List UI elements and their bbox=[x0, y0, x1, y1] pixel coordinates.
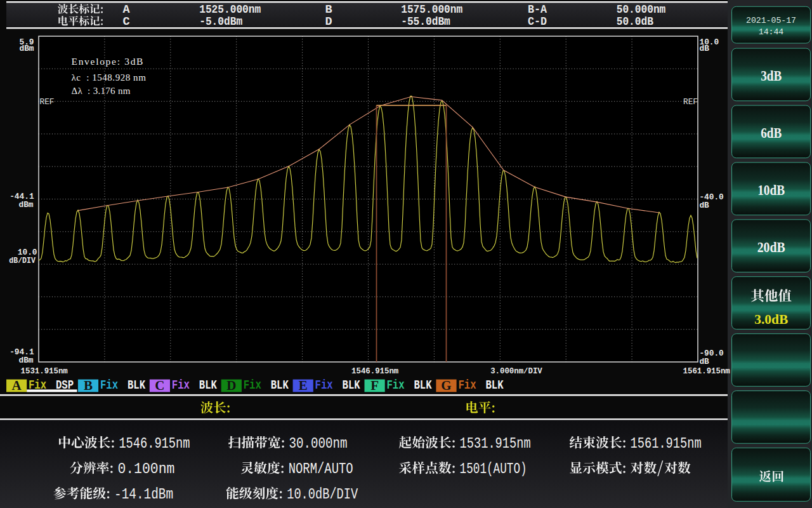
svg-text:λc : 1548.928 nm: λc : 1548.928 nm bbox=[72, 72, 147, 83]
svg-text:30.000nm: 30.000nm bbox=[289, 435, 348, 452]
svg-text:A: A bbox=[122, 3, 130, 17]
svg-text:Fix: Fix bbox=[172, 378, 190, 392]
svg-text:3.0dB: 3.0dB bbox=[754, 311, 788, 327]
svg-text:dBm: dBm bbox=[19, 200, 34, 210]
svg-text:1546.915nm: 1546.915nm bbox=[119, 435, 190, 452]
svg-text:3.000nm/DIV: 3.000nm/DIV bbox=[490, 366, 542, 376]
svg-text:REF: REF bbox=[40, 97, 55, 107]
svg-text:1561.915nm: 1561.915nm bbox=[631, 435, 702, 452]
svg-text:-55.0dBm: -55.0dBm bbox=[401, 15, 450, 29]
svg-text:Fix: Fix bbox=[100, 378, 118, 392]
svg-text:0.100nm: 0.100nm bbox=[117, 460, 174, 478]
svg-text:G: G bbox=[441, 378, 451, 393]
svg-text:3dB: 3dB bbox=[761, 68, 782, 84]
svg-text:B-A: B-A bbox=[528, 3, 547, 17]
svg-text:BLK: BLK bbox=[485, 378, 504, 392]
svg-text:E: E bbox=[299, 378, 308, 393]
svg-text:BLK: BLK bbox=[414, 378, 433, 392]
svg-text:1501(AUTO): 1501(AUTO) bbox=[460, 460, 527, 478]
svg-text:dB: dB bbox=[699, 357, 709, 366]
svg-text:NORM/AUTO: NORM/AUTO bbox=[289, 460, 353, 478]
svg-text:dB: dB bbox=[699, 201, 709, 210]
svg-text:Envelope: 3dB: Envelope: 3dB bbox=[72, 56, 145, 67]
svg-text:14:44: 14:44 bbox=[759, 27, 784, 37]
svg-text:1525.000nm: 1525.000nm bbox=[199, 3, 261, 17]
svg-text:1546.915nm: 1546.915nm bbox=[351, 366, 399, 376]
svg-text:BLK: BLK bbox=[343, 378, 361, 392]
svg-text:A: A bbox=[12, 378, 22, 393]
svg-text:BLK: BLK bbox=[199, 378, 218, 392]
svg-text:50.0dB: 50.0dB bbox=[617, 15, 653, 29]
svg-text:1531.915nm: 1531.915nm bbox=[460, 435, 531, 452]
svg-text:dB/DIV: dB/DIV bbox=[9, 256, 36, 265]
svg-text:Δλ : 3.176 nm: Δλ : 3.176 nm bbox=[72, 86, 131, 96]
svg-text:-14.1dBm: -14.1dBm bbox=[114, 486, 173, 503]
svg-text:-5.0dBm: -5.0dBm bbox=[199, 15, 242, 29]
svg-text:Fix: Fix bbox=[315, 378, 333, 392]
svg-text:10.0dB/DIV: 10.0dB/DIV bbox=[287, 486, 358, 503]
svg-text:BLK: BLK bbox=[271, 378, 289, 392]
svg-text:1575.000nm: 1575.000nm bbox=[401, 3, 462, 17]
svg-text:Fix: Fix bbox=[458, 378, 476, 392]
svg-text:B: B bbox=[325, 3, 332, 17]
svg-text:C-D: C-D bbox=[528, 15, 547, 29]
svg-text:Fix: Fix bbox=[387, 378, 405, 392]
svg-text:50.000nm: 50.000nm bbox=[617, 3, 666, 17]
svg-text:Fix: Fix bbox=[244, 378, 261, 392]
svg-text:dBm: dBm bbox=[20, 44, 34, 53]
svg-text:dBm: dBm bbox=[19, 356, 34, 365]
svg-text:C: C bbox=[155, 378, 164, 393]
svg-text:C: C bbox=[122, 15, 129, 29]
svg-text:2021-05-17: 2021-05-17 bbox=[746, 16, 796, 25]
svg-text:BLK: BLK bbox=[128, 378, 146, 392]
svg-text:10dB: 10dB bbox=[757, 182, 785, 198]
svg-text:1531.915nm: 1531.915nm bbox=[21, 366, 69, 376]
svg-text:dB: dB bbox=[700, 44, 710, 53]
svg-text:F: F bbox=[370, 378, 379, 393]
svg-text:6dB: 6dB bbox=[761, 125, 782, 141]
svg-text:D: D bbox=[226, 378, 236, 393]
svg-text:REF: REF bbox=[683, 97, 698, 107]
svg-text:B: B bbox=[84, 378, 93, 393]
svg-text:1561.915nm: 1561.915nm bbox=[683, 366, 731, 376]
svg-text:20dB: 20dB bbox=[757, 239, 785, 255]
svg-text:D: D bbox=[325, 15, 332, 29]
